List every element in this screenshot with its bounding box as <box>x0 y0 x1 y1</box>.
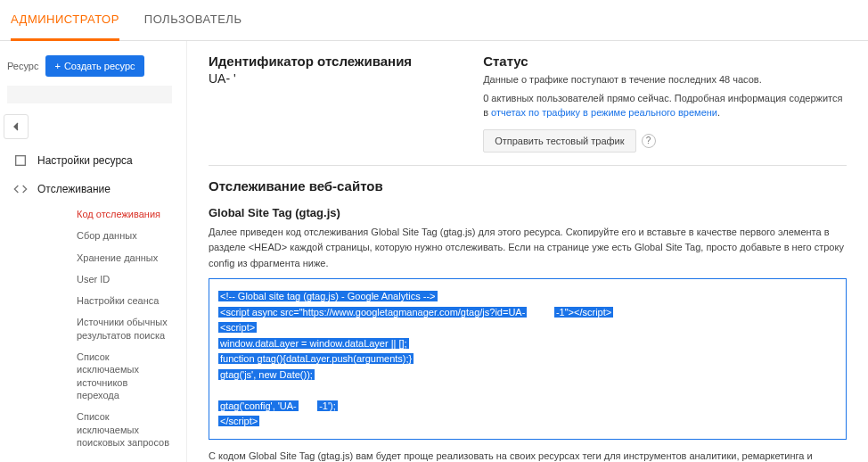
back-button[interactable] <box>4 114 29 139</box>
code-line: gtag('config', 'UA- <box>218 400 299 411</box>
heading-gtag: Global Site Tag (gtag.js) <box>209 206 847 219</box>
sub-user-id[interactable]: User ID <box>0 268 179 290</box>
code-line: <script async src="https://www.googletag… <box>218 307 527 318</box>
tab-user[interactable]: ПОЛЬЗОВАТЕЛЬ <box>144 0 242 40</box>
code-line: </script> <box>218 416 259 426</box>
status-title: Статус <box>483 54 847 69</box>
code-line: <script> <box>218 322 257 333</box>
tracking-id-value: UA- ' <box>209 71 412 86</box>
sub-search-exclusion[interactable]: Список исключаемых поисковых запросов <box>0 406 179 453</box>
sub-session-settings[interactable]: Настройки сеанса <box>0 290 179 311</box>
code-line: -1'); <box>317 400 338 411</box>
code-line: function gtag(){dataLayer.push(arguments… <box>218 353 414 364</box>
sub-data-retention[interactable]: Хранение данных <box>0 247 179 268</box>
settings-square-icon <box>12 153 29 168</box>
nav-resource-settings[interactable]: Настройки ресурса <box>0 146 179 175</box>
code-line: window.dataLayer = window.dataLayer || [… <box>218 338 409 349</box>
sub-data-collection[interactable]: Сбор данных <box>0 225 179 246</box>
help-icon[interactable]: ? <box>642 134 656 148</box>
tracking-id-title: Идентификатор отслеживания <box>209 54 412 69</box>
tab-admin[interactable]: АДМИНИСТРАТОР <box>11 0 119 41</box>
gtag-benefits: С кодом Global Site Tag (gtag.js) вам бу… <box>209 449 847 462</box>
code-icon <box>12 182 29 196</box>
code-line: gtag('js', new Date()); <box>218 369 315 380</box>
main-content: Идентификатор отслеживания UA- ' Статус … <box>187 41 868 462</box>
section-label-links: СВЯЗЬ С ДРУГИМИ ПРОДУКТАМИ <box>0 453 179 462</box>
divider <box>209 165 847 166</box>
status-line-2: 0 активных пользователей прямо сейчас. П… <box>483 91 847 120</box>
account-selector[interactable] <box>7 86 172 103</box>
send-test-traffic-button[interactable]: Отправить тестовый трафик <box>483 129 635 153</box>
status-line-1: Данные о трафике поступают в течение пос… <box>483 72 847 87</box>
code-line <box>218 383 837 398</box>
sub-referral-exclusion[interactable]: Список исключаемых источников перехода <box>0 346 179 406</box>
create-resource-label: Создать ресурс <box>64 61 135 71</box>
code-snippet-box[interactable]: <!-- Global site tag (gtag.js) - Google … <box>209 278 847 440</box>
sub-organic-sources[interactable]: Источники обычных результатов поиска <box>0 311 179 346</box>
nav-tracking[interactable]: Отслеживание <box>0 175 179 203</box>
realtime-reports-link[interactable]: отчетах по трафику в режиме реального вр… <box>491 107 717 118</box>
code-line: -1"></script> <box>554 307 613 318</box>
sub-tracking-code[interactable]: Код отслеживания <box>0 203 179 225</box>
arrow-left-icon <box>9 120 23 134</box>
code-line: <!-- Global site tag (gtag.js) - Google … <box>218 291 438 301</box>
resource-label: Ресурс <box>7 61 38 71</box>
sidebar: Ресурс + Создать ресурс Настройки ресурс… <box>0 41 187 462</box>
section-website-tracking: Отслеживание веб-сайтов <box>209 178 847 194</box>
create-resource-button[interactable]: + Создать ресурс <box>45 55 143 77</box>
nav-label: Настройки ресурса <box>37 154 133 167</box>
svg-rect-0 <box>16 156 26 166</box>
plus-icon: + <box>54 61 60 71</box>
nav-label: Отслеживание <box>37 183 111 195</box>
gtag-description: Далее приведен код отслеживания Global S… <box>209 225 847 272</box>
